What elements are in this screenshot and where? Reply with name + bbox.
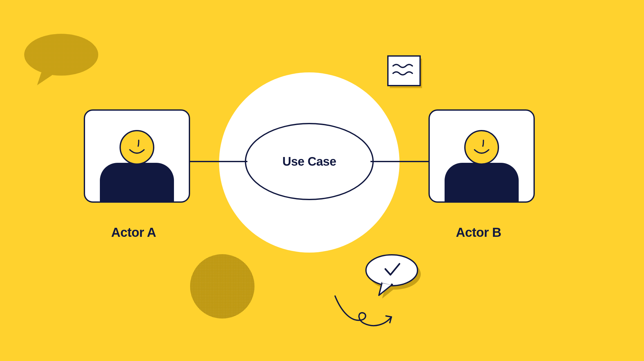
speech-bubble-icon [23, 32, 100, 87]
svg-rect-5 [388, 56, 420, 86]
svg-point-10 [366, 255, 418, 286]
use-case-node: Use Case [245, 123, 374, 200]
actor-body-icon [100, 163, 174, 203]
svg-point-3 [24, 34, 98, 76]
note-icon [387, 55, 425, 90]
actor-head-icon [464, 130, 499, 165]
use-case-diagram: Use Case Actor A Actor B [0, 0, 644, 361]
connector-a [189, 161, 247, 162]
circle-decoration-icon [190, 254, 255, 319]
connector-b [370, 161, 428, 162]
actor-head-icon [120, 130, 154, 165]
actor-a-label: Actor A [111, 225, 156, 240]
use-case-label: Use Case [282, 155, 336, 169]
actor-body-icon [445, 163, 519, 203]
actor-b-card [428, 109, 535, 203]
actor-a-card [84, 109, 190, 203]
arrow-swirl-icon [329, 293, 399, 344]
actor-b-label: Actor B [456, 225, 501, 240]
